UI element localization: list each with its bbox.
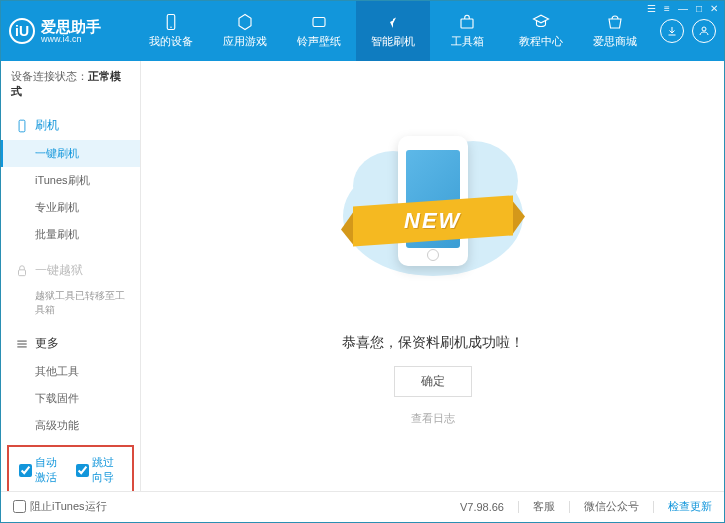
checkbox-block-itunes[interactable]: 阻止iTunes运行 [13, 499, 107, 514]
sidebar-item-pro-flash[interactable]: 专业刷机 [1, 194, 140, 221]
app-body: 设备连接状态：正常模式 刷机 一键刷机 iTunes刷机 专业刷机 批量刷机 一… [1, 61, 724, 491]
divider [653, 501, 654, 513]
sidebar-item-itunes-flash[interactable]: iTunes刷机 [1, 167, 140, 194]
checkbox-skip-guide[interactable]: 跳过向导 [76, 455, 123, 485]
options-highlight-box: 自动激活 跳过向导 [7, 445, 134, 491]
sidebar-item-oneclick-flash[interactable]: 一键刷机 [1, 140, 140, 167]
svg-rect-5 [19, 120, 25, 132]
nav-label: 我的设备 [149, 34, 193, 49]
jailbreak-note: 越狱工具已转移至工具箱 [1, 285, 140, 321]
main-nav: 我的设备 应用游戏 铃声壁纸 智能刷机 工具箱 教程中心 爱思商城 [134, 1, 652, 61]
window-controls: ☰ ≡ — □ ✕ [647, 3, 718, 14]
svg-point-4 [702, 27, 706, 31]
nav-toolbox[interactable]: 工具箱 [430, 1, 504, 61]
app-header: ☰ ≡ — □ ✕ iU 爱思助手 www.i4.cn 我的设备 应用游戏 铃声… [1, 1, 724, 61]
brand-name: 爱思助手 [41, 19, 101, 34]
status-bar: 阻止iTunes运行 V7.98.66 客服 微信公众号 检查更新 [1, 491, 724, 521]
brand-url: www.i4.cn [41, 34, 101, 44]
divider [518, 501, 519, 513]
nav-smart-flash[interactable]: 智能刷机 [356, 1, 430, 61]
sidebar-label: 刷机 [35, 117, 59, 134]
sidebar: 设备连接状态：正常模式 刷机 一键刷机 iTunes刷机 专业刷机 批量刷机 一… [1, 61, 141, 491]
download-button[interactable] [660, 19, 684, 43]
sidebar-section-jailbreak: 一键越狱 [1, 256, 140, 285]
user-button[interactable] [692, 19, 716, 43]
check-update-link[interactable]: 检查更新 [668, 499, 712, 514]
checkbox-auto-activate[interactable]: 自动激活 [19, 455, 66, 485]
svg-rect-6 [19, 269, 26, 275]
service-link[interactable]: 客服 [533, 499, 555, 514]
success-message: 恭喜您，保资料刷机成功啦！ [342, 334, 524, 352]
sidebar-section-more[interactable]: 更多 [1, 329, 140, 358]
connection-status: 设备连接状态：正常模式 [1, 61, 140, 107]
logo-icon: iU [9, 18, 35, 44]
nav-apps[interactable]: 应用游戏 [208, 1, 282, 61]
sidebar-label: 更多 [35, 335, 59, 352]
header-right [660, 19, 716, 43]
brand-logo: iU 爱思助手 www.i4.cn [9, 18, 134, 44]
sidebar-item-download-firmware[interactable]: 下载固件 [1, 385, 140, 412]
sidebar-item-advanced[interactable]: 高级功能 [1, 412, 140, 439]
maximize-button[interactable]: □ [696, 3, 702, 14]
nav-my-device[interactable]: 我的设备 [134, 1, 208, 61]
nav-store[interactable]: 爱思商城 [578, 1, 652, 61]
sidebar-label: 一键越狱 [35, 262, 83, 279]
nav-label: 爱思商城 [593, 34, 637, 49]
confirm-button[interactable]: 确定 [394, 366, 472, 397]
success-illustration: NEW [333, 106, 533, 306]
view-log-link[interactable]: 查看日志 [411, 411, 455, 426]
nav-label: 工具箱 [451, 34, 484, 49]
settings-icon[interactable]: ≡ [664, 3, 670, 14]
sidebar-section-flash[interactable]: 刷机 [1, 111, 140, 140]
menu-icon[interactable]: ☰ [647, 3, 656, 14]
close-button[interactable]: ✕ [710, 3, 718, 14]
nav-label: 铃声壁纸 [297, 34, 341, 49]
nav-label: 智能刷机 [371, 34, 415, 49]
wechat-link[interactable]: 微信公众号 [584, 499, 639, 514]
svg-point-1 [170, 27, 172, 29]
nav-label: 教程中心 [519, 34, 563, 49]
svg-rect-2 [313, 18, 325, 27]
nav-ringtones[interactable]: 铃声壁纸 [282, 1, 356, 61]
version-label: V7.98.66 [460, 501, 504, 513]
main-content: NEW 恭喜您，保资料刷机成功啦！ 确定 查看日志 [141, 61, 724, 491]
svg-rect-3 [461, 19, 473, 28]
sidebar-item-batch-flash[interactable]: 批量刷机 [1, 221, 140, 248]
divider [569, 501, 570, 513]
minimize-button[interactable]: — [678, 3, 688, 14]
nav-label: 应用游戏 [223, 34, 267, 49]
nav-tutorials[interactable]: 教程中心 [504, 1, 578, 61]
sidebar-item-other-tools[interactable]: 其他工具 [1, 358, 140, 385]
